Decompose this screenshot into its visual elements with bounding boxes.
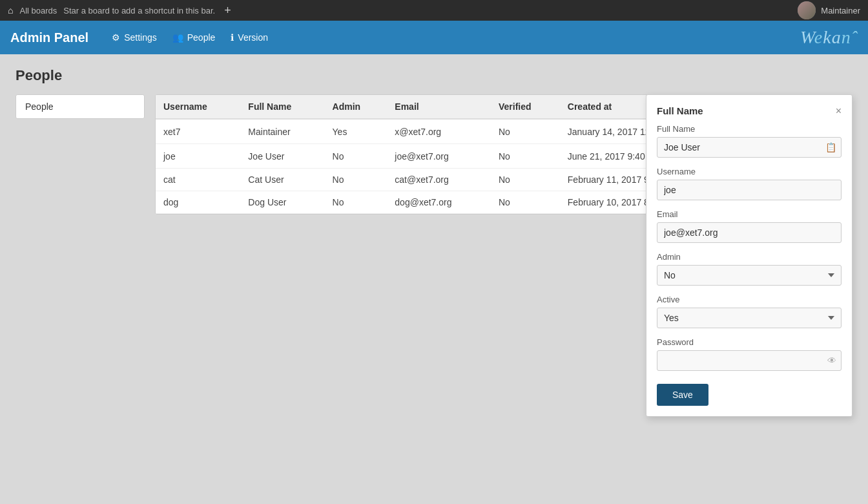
cell-fullname: Maintainer — [240, 119, 324, 144]
col-fullname: Full Name — [240, 95, 324, 119]
settings-nav-item[interactable]: ⚙ Settings — [112, 32, 157, 43]
full-name-field-wrapper: 📋 — [657, 137, 842, 158]
cell-fullname: Cat User — [240, 169, 324, 191]
password-field-wrapper: 👁 — [657, 350, 842, 371]
username-input[interactable] — [657, 180, 842, 200]
app-logo: Wekanˆ — [800, 27, 858, 48]
main-content: People People Username Full Name Admin E… — [0, 54, 868, 504]
cell-username: cat — [156, 169, 240, 191]
settings-icon: ⚙ — [112, 32, 120, 43]
cell-admin: Yes — [325, 119, 388, 144]
star-hint-text: Star a board to add a shortcut in this b… — [63, 6, 215, 16]
full-name-group: Full Name 📋 — [657, 124, 842, 158]
topbar-right: Maintainer — [798, 1, 860, 19]
cell-verified: No — [491, 144, 560, 169]
content-area: People Username Full Name Admin Email Ve… — [16, 94, 852, 215]
cell-email: dog@xet7.org — [387, 191, 491, 214]
admin-select[interactable]: No Yes — [657, 265, 842, 286]
email-input[interactable] — [657, 222, 842, 243]
username-label: Username — [657, 167, 842, 176]
cell-username: dog — [156, 191, 240, 214]
admin-panel-title: Admin Panel — [10, 30, 88, 45]
people-icon: 👥 — [172, 32, 183, 43]
password-group: Password 👁 — [657, 337, 842, 371]
navbar: Admin Panel ⚙ Settings 👥 People ℹ Versio… — [0, 21, 868, 54]
cell-username: joe — [156, 144, 240, 169]
active-label: Active — [657, 295, 842, 304]
left-sidebar: People — [16, 94, 145, 215]
cell-email: x@xet7.org — [387, 119, 491, 144]
username-group: Username — [657, 167, 842, 200]
cell-admin: No — [325, 144, 388, 169]
home-icon[interactable]: ⌂ — [8, 5, 13, 16]
col-username: Username — [156, 95, 240, 119]
cell-verified: No — [491, 169, 560, 191]
cell-verified: No — [491, 191, 560, 214]
cell-admin: No — [325, 169, 388, 191]
logo-text: Wekanˆ — [800, 27, 858, 47]
clipboard-icon: 📋 — [825, 142, 836, 152]
cell-admin: No — [325, 191, 388, 214]
page-title: People — [16, 67, 852, 84]
password-label: Password — [657, 337, 842, 347]
avatar[interactable] — [798, 1, 816, 19]
add-board-button[interactable]: + — [224, 4, 231, 17]
password-input[interactable] — [657, 350, 842, 371]
admin-group: Admin No Yes — [657, 252, 842, 286]
settings-nav-label: Settings — [124, 32, 157, 43]
cell-email: joe@xet7.org — [387, 144, 491, 169]
active-group: Active Yes No — [657, 295, 842, 328]
edit-panel-close-button[interactable]: × — [836, 106, 842, 116]
full-name-input[interactable] — [657, 137, 842, 158]
edit-panel: Full Name × Full Name 📋 Username Email A… — [646, 94, 852, 417]
save-button[interactable]: Save — [657, 384, 708, 406]
people-nav-label: People — [187, 32, 216, 43]
edit-panel-title: Full Name — [657, 105, 703, 116]
col-email: Email — [387, 95, 491, 119]
cell-fullname: Joe User — [240, 144, 324, 169]
password-reveal-icon[interactable]: 👁 — [827, 355, 836, 366]
all-boards-link[interactable]: All boards — [19, 6, 57, 16]
version-nav-item[interactable]: ℹ Version — [231, 32, 268, 43]
version-nav-label: Version — [238, 32, 268, 43]
sidebar-people-label: People — [25, 101, 54, 112]
topbar: ⌂ All boards Star a board to add a short… — [0, 0, 868, 21]
full-name-label: Full Name — [657, 124, 842, 134]
email-group: Email — [657, 209, 842, 243]
people-nav-item[interactable]: 👥 People — [172, 32, 216, 43]
email-label: Email — [657, 209, 842, 219]
cell-username: xet7 — [156, 119, 240, 144]
col-admin: Admin — [325, 95, 388, 119]
col-verified: Verified — [491, 95, 560, 119]
edit-panel-header: Full Name × — [657, 105, 842, 116]
info-icon: ℹ — [231, 32, 234, 43]
cell-fullname: Dog User — [240, 191, 324, 214]
active-select[interactable]: Yes No — [657, 308, 842, 328]
sidebar-item-people[interactable]: People — [16, 94, 145, 119]
admin-label: Admin — [657, 252, 842, 262]
cell-verified: No — [491, 119, 560, 144]
topbar-username: Maintainer — [821, 6, 860, 16]
cell-email: cat@xet7.org — [387, 169, 491, 191]
